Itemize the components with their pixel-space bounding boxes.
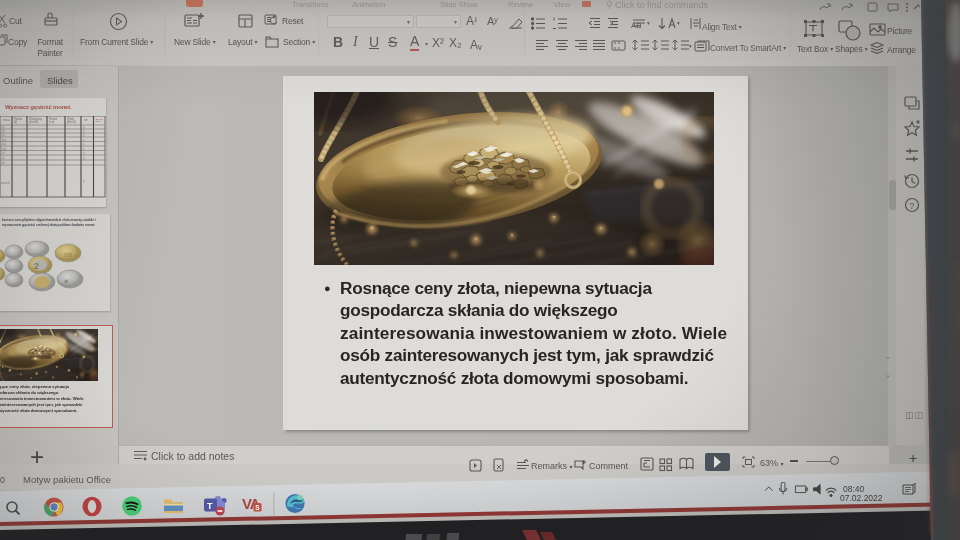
svg-text:wnioski: wnioski (1, 181, 10, 185)
svg-text:g: g (83, 143, 85, 146)
svg-text:100: 100 (64, 252, 73, 258)
svg-text:(cm): (cm) (49, 120, 54, 124)
svg-text:♚: ♚ (64, 278, 69, 284)
svg-text:2: 2 (34, 261, 39, 271)
svg-text:(p/cm3): (p/cm3) (29, 120, 38, 124)
svg-text:2gr: 2gr (1, 129, 5, 133)
svg-text:g: g (83, 139, 85, 142)
svg-text:1gr: 1gr (1, 125, 5, 129)
svg-text:g: g (83, 134, 85, 137)
svg-text:g: g (83, 180, 85, 183)
svg-text:g: g (83, 152, 85, 155)
svg-text:AB: AB (631, 21, 642, 30)
svg-text:5gr: 5gr (1, 133, 5, 137)
svg-text:masa: masa (3, 119, 10, 122)
svg-text:1zł: 1zł (1, 151, 5, 155)
svg-text:g: g (83, 148, 85, 151)
svg-text:g: g (83, 157, 85, 160)
svg-text:om: om (84, 119, 88, 122)
svg-text:5zł: 5zł (1, 161, 5, 165)
svg-text:▾: ▾ (689, 43, 692, 49)
svg-text:g: g (83, 126, 85, 129)
svg-text:50gr: 50gr (1, 147, 6, 151)
svg-text:(t/n)?: (t/n)? (96, 120, 102, 123)
svg-text:▾: ▾ (677, 20, 680, 26)
svg-text:▾: ▾ (647, 20, 650, 26)
svg-text:(b/cm3): (b/cm3) (67, 120, 76, 124)
svg-text:g: g (83, 130, 85, 133)
svg-text:20gr: 20gr (1, 142, 6, 146)
svg-text:2zł: 2zł (1, 156, 5, 160)
svg-text:10gr: 10gr (1, 138, 6, 142)
svg-text:(b): (b) (14, 120, 17, 124)
